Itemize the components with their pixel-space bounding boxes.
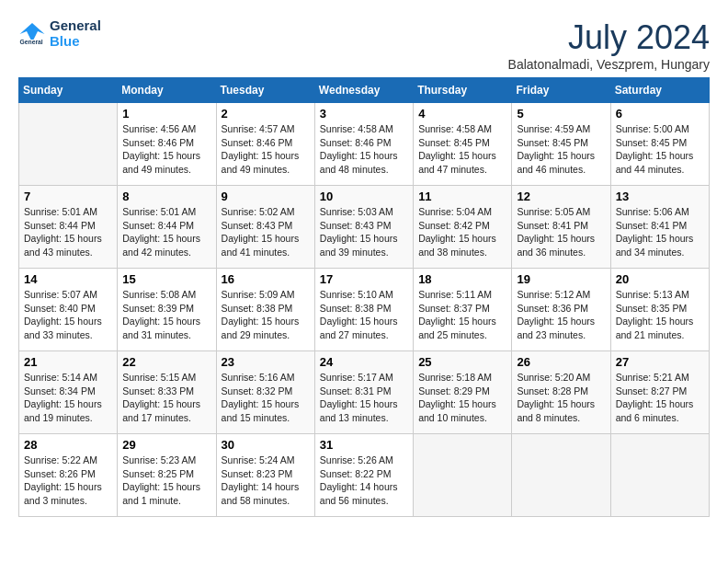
calendar-cell: 27Sunrise: 5:21 AMSunset: 8:27 PMDayligh… bbox=[610, 351, 709, 434]
calendar-cell bbox=[512, 434, 610, 517]
header-wednesday: Wednesday bbox=[314, 78, 413, 103]
calendar-cell bbox=[19, 103, 118, 186]
day-info: Sunrise: 5:02 AMSunset: 8:43 PMDaylight:… bbox=[222, 205, 310, 259]
day-number: 14 bbox=[24, 272, 112, 286]
day-info: Sunrise: 5:21 AMSunset: 8:27 PMDaylight:… bbox=[616, 371, 704, 425]
calendar-cell: 24Sunrise: 5:17 AMSunset: 8:31 PMDayligh… bbox=[314, 351, 413, 434]
day-info: Sunrise: 5:09 AMSunset: 8:38 PMDaylight:… bbox=[222, 288, 310, 342]
day-info: Sunrise: 5:10 AMSunset: 8:38 PMDaylight:… bbox=[320, 288, 408, 342]
day-number: 19 bbox=[517, 272, 605, 286]
header-sunday: Sunday bbox=[19, 78, 118, 103]
day-number: 7 bbox=[24, 190, 112, 203]
calendar-cell: 6Sunrise: 5:00 AMSunset: 8:45 PMDaylight… bbox=[610, 103, 709, 186]
calendar-cell: 3Sunrise: 4:58 AMSunset: 8:46 PMDaylight… bbox=[314, 103, 413, 186]
calendar-header-row: SundayMondayTuesdayWednesdayThursdayFrid… bbox=[19, 78, 710, 103]
header-thursday: Thursday bbox=[414, 78, 512, 103]
day-info: Sunrise: 5:20 AMSunset: 8:28 PMDaylight:… bbox=[517, 371, 605, 425]
day-number: 29 bbox=[122, 438, 210, 452]
day-number: 24 bbox=[320, 355, 408, 369]
day-number: 30 bbox=[222, 438, 310, 452]
day-info: Sunrise: 5:17 AMSunset: 8:31 PMDaylight:… bbox=[320, 371, 408, 425]
calendar-cell: 26Sunrise: 5:20 AMSunset: 8:28 PMDayligh… bbox=[512, 351, 610, 434]
calendar-title: July 2024 bbox=[508, 18, 710, 57]
day-number: 15 bbox=[122, 272, 210, 286]
calendar-cell: 16Sunrise: 5:09 AMSunset: 8:38 PMDayligh… bbox=[216, 269, 314, 351]
day-info: Sunrise: 4:59 AMSunset: 8:45 PMDaylight:… bbox=[517, 122, 605, 177]
day-number: 20 bbox=[616, 272, 704, 286]
calendar-cell: 13Sunrise: 5:06 AMSunset: 8:41 PMDayligh… bbox=[610, 186, 709, 269]
day-number: 28 bbox=[24, 438, 112, 452]
calendar-week-2: 14Sunrise: 5:07 AMSunset: 8:40 PMDayligh… bbox=[19, 269, 710, 351]
day-info: Sunrise: 4:58 AMSunset: 8:46 PMDaylight:… bbox=[320, 122, 408, 177]
day-number: 26 bbox=[517, 355, 605, 369]
header-monday: Monday bbox=[118, 78, 216, 103]
day-number: 31 bbox=[320, 438, 408, 452]
header-saturday: Saturday bbox=[610, 78, 709, 103]
calendar-cell: 18Sunrise: 5:11 AMSunset: 8:37 PMDayligh… bbox=[414, 269, 512, 351]
calendar-week-0: 1Sunrise: 4:56 AMSunset: 8:46 PMDaylight… bbox=[19, 103, 710, 186]
calendar-cell: 11Sunrise: 5:04 AMSunset: 8:42 PMDayligh… bbox=[414, 186, 512, 269]
day-number: 8 bbox=[122, 190, 210, 203]
day-number: 16 bbox=[222, 272, 310, 286]
title-area: July 2024 Balatonalmadi, Veszprem, Hunga… bbox=[508, 18, 710, 72]
day-number: 18 bbox=[418, 272, 506, 286]
day-info: Sunrise: 5:16 AMSunset: 8:32 PMDaylight:… bbox=[222, 371, 310, 425]
day-info: Sunrise: 5:00 AMSunset: 8:45 PMDaylight:… bbox=[616, 122, 704, 177]
logo: General General Blue bbox=[18, 18, 101, 49]
day-info: Sunrise: 5:06 AMSunset: 8:41 PMDaylight:… bbox=[616, 205, 704, 259]
calendar-cell: 1Sunrise: 4:56 AMSunset: 8:46 PMDaylight… bbox=[118, 103, 216, 186]
calendar-cell: 19Sunrise: 5:12 AMSunset: 8:36 PMDayligh… bbox=[512, 269, 610, 351]
calendar-cell: 17Sunrise: 5:10 AMSunset: 8:38 PMDayligh… bbox=[314, 269, 413, 351]
calendar-cell: 12Sunrise: 5:05 AMSunset: 8:41 PMDayligh… bbox=[512, 186, 610, 269]
calendar-cell: 4Sunrise: 4:58 AMSunset: 8:45 PMDaylight… bbox=[414, 103, 512, 186]
day-number: 21 bbox=[24, 355, 112, 369]
day-number: 4 bbox=[418, 107, 506, 121]
day-number: 10 bbox=[320, 190, 408, 203]
svg-marker-0 bbox=[20, 23, 45, 40]
day-info: Sunrise: 5:23 AMSunset: 8:25 PMDaylight:… bbox=[122, 454, 210, 508]
day-number: 13 bbox=[616, 190, 704, 203]
day-info: Sunrise: 4:56 AMSunset: 8:46 PMDaylight:… bbox=[122, 122, 210, 177]
page-header: General General Blue July 2024 Balatonal… bbox=[18, 18, 710, 72]
day-info: Sunrise: 5:13 AMSunset: 8:35 PMDaylight:… bbox=[616, 288, 704, 342]
day-number: 3 bbox=[320, 107, 408, 121]
calendar-cell: 31Sunrise: 5:26 AMSunset: 8:22 PMDayligh… bbox=[314, 434, 413, 517]
day-number: 12 bbox=[517, 190, 605, 203]
calendar-cell: 7Sunrise: 5:01 AMSunset: 8:44 PMDaylight… bbox=[19, 186, 118, 269]
calendar-cell: 8Sunrise: 5:01 AMSunset: 8:44 PMDaylight… bbox=[118, 186, 216, 269]
logo-text-general: General bbox=[50, 18, 101, 34]
day-info: Sunrise: 5:26 AMSunset: 8:22 PMDaylight:… bbox=[320, 454, 408, 508]
calendar-cell bbox=[610, 434, 709, 517]
day-info: Sunrise: 5:18 AMSunset: 8:29 PMDaylight:… bbox=[418, 371, 506, 425]
day-info: Sunrise: 5:07 AMSunset: 8:40 PMDaylight:… bbox=[24, 288, 112, 342]
day-number: 11 bbox=[418, 190, 506, 203]
calendar-table: SundayMondayTuesdayWednesdayThursdayFrid… bbox=[18, 77, 710, 517]
day-number: 1 bbox=[122, 107, 210, 121]
logo-icon: General bbox=[18, 21, 46, 47]
day-info: Sunrise: 5:15 AMSunset: 8:33 PMDaylight:… bbox=[122, 371, 210, 425]
day-info: Sunrise: 5:08 AMSunset: 8:39 PMDaylight:… bbox=[122, 288, 210, 342]
calendar-cell: 14Sunrise: 5:07 AMSunset: 8:40 PMDayligh… bbox=[19, 269, 118, 351]
calendar-cell: 10Sunrise: 5:03 AMSunset: 8:43 PMDayligh… bbox=[314, 186, 413, 269]
header-tuesday: Tuesday bbox=[216, 78, 314, 103]
calendar-week-1: 7Sunrise: 5:01 AMSunset: 8:44 PMDaylight… bbox=[19, 186, 710, 269]
calendar-cell: 5Sunrise: 4:59 AMSunset: 8:45 PMDaylight… bbox=[512, 103, 610, 186]
day-number: 25 bbox=[418, 355, 506, 369]
calendar-week-3: 21Sunrise: 5:14 AMSunset: 8:34 PMDayligh… bbox=[19, 351, 710, 434]
calendar-cell: 23Sunrise: 5:16 AMSunset: 8:32 PMDayligh… bbox=[216, 351, 314, 434]
day-number: 6 bbox=[616, 107, 704, 121]
day-info: Sunrise: 5:03 AMSunset: 8:43 PMDaylight:… bbox=[320, 205, 408, 259]
day-number: 5 bbox=[517, 107, 605, 121]
calendar-cell: 9Sunrise: 5:02 AMSunset: 8:43 PMDaylight… bbox=[216, 186, 314, 269]
day-info: Sunrise: 5:01 AMSunset: 8:44 PMDaylight:… bbox=[24, 205, 112, 259]
calendar-cell: 28Sunrise: 5:22 AMSunset: 8:26 PMDayligh… bbox=[19, 434, 118, 517]
day-number: 23 bbox=[222, 355, 310, 369]
calendar-body: 1Sunrise: 4:56 AMSunset: 8:46 PMDaylight… bbox=[19, 103, 710, 517]
calendar-cell: 15Sunrise: 5:08 AMSunset: 8:39 PMDayligh… bbox=[118, 269, 216, 351]
day-info: Sunrise: 5:05 AMSunset: 8:41 PMDaylight:… bbox=[517, 205, 605, 259]
calendar-cell: 20Sunrise: 5:13 AMSunset: 8:35 PMDayligh… bbox=[610, 269, 709, 351]
day-info: Sunrise: 5:01 AMSunset: 8:44 PMDaylight:… bbox=[122, 205, 210, 259]
day-number: 27 bbox=[616, 355, 704, 369]
calendar-cell bbox=[414, 434, 512, 517]
day-info: Sunrise: 5:14 AMSunset: 8:34 PMDaylight:… bbox=[24, 371, 112, 425]
